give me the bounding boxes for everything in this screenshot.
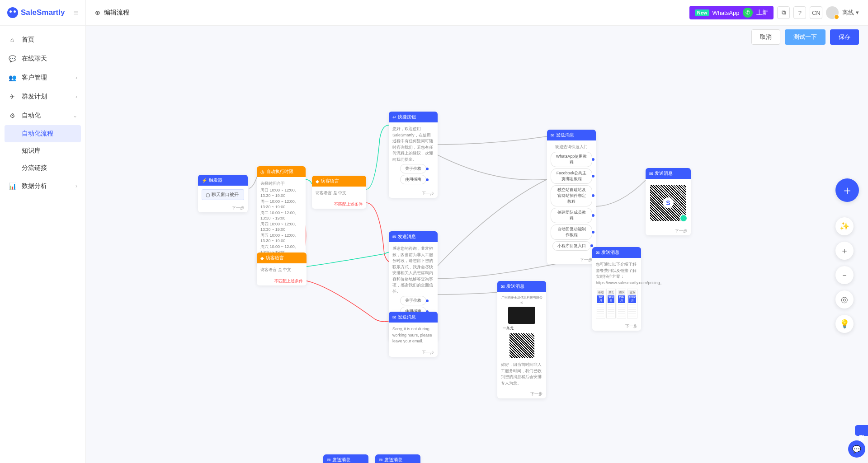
chat-icon: 💬 bbox=[8, 55, 16, 63]
sidebar-collapse-button[interactable]: ≡ bbox=[73, 8, 78, 18]
save-button[interactable]: 保存 bbox=[830, 29, 859, 45]
chevron-right-icon: › bbox=[75, 183, 77, 189]
nav-analytics-label: 数据分析 bbox=[22, 182, 47, 190]
page-title: ⊕ 编辑流程 bbox=[95, 9, 129, 17]
node-quick-buttons[interactable]: ↩ 快捷按钮 您好，欢迎使用SaleSmartly，在使用过程中有任何疑问可随时… bbox=[389, 112, 438, 198]
home-icon: ⌂ bbox=[8, 36, 16, 44]
devices-icon[interactable]: ⧉ bbox=[777, 6, 790, 19]
pricing-table: 基础$0/月 成长$19/月 团队$59/月 企业$299/月 bbox=[596, 289, 637, 318]
tutorial-whatsapp[interactable]: WhatsApp使用教程 bbox=[551, 152, 592, 167]
logo-area: SaleSmartly ≡ bbox=[0, 0, 85, 26]
help-icon[interactable]: ? bbox=[793, 6, 806, 19]
node-send-message-bottom-1[interactable]: ✉ 发送消息 bbox=[323, 454, 368, 463]
zoom-out-button[interactable]: － bbox=[835, 266, 854, 284]
node-schedule[interactable]: ◷ 自动执行时限 选择时间介于 周日 10:00 ~ 12:00, 13:30 … bbox=[257, 166, 306, 267]
whatsapp-promo-badge[interactable]: New WhatsApp ✆ 上新 bbox=[689, 6, 774, 19]
whatsapp-label: WhatsApp bbox=[712, 9, 739, 16]
node-send-message-pricing[interactable]: ✉ 发送消息 您可通过以下介绍了解套餐费用以及链接了解实时报价方案：https:… bbox=[592, 247, 641, 331]
language-switch[interactable]: CN bbox=[810, 6, 822, 19]
node-lang1-header: ◆ 访客语言 bbox=[312, 176, 366, 187]
miniapp-qr-code: S bbox=[650, 185, 686, 221]
hint-button[interactable]: 💡 bbox=[835, 315, 854, 333]
node-lang2-header: ◆ 访客语言 bbox=[257, 253, 307, 263]
quick-option-price[interactable]: 关于价格 bbox=[400, 164, 426, 173]
launch-label: 上新 bbox=[756, 9, 768, 17]
locate-button[interactable]: ◎ bbox=[835, 290, 854, 309]
automation-icon: ⚙ bbox=[8, 112, 16, 120]
support-chat-button[interactable]: 💬 bbox=[848, 440, 865, 458]
flow-canvas[interactable]: ⚡ 触发器 ▢ 聊天窗口被开 下一步 ◷ 自动执行时限 选择时间介于 周日 10… bbox=[86, 48, 868, 463]
nav-auto-flow[interactable]: 自动化流程 bbox=[5, 125, 81, 142]
node-trigger[interactable]: ⚡ 触发器 ▢ 聊天窗口被开 下一步 bbox=[198, 175, 248, 212]
nav-home[interactable]: ⌂ 首页 bbox=[0, 30, 85, 49]
sidebar: SaleSmartly ≡ ⌂ 首页 💬 在线聊天 👥 客户管理 › ✈ 群发计… bbox=[0, 0, 86, 463]
nav-chat-label: 在线聊天 bbox=[22, 55, 47, 63]
magic-wand-button[interactable]: ✨ bbox=[835, 217, 854, 235]
qr-logo-icon: S bbox=[663, 197, 674, 208]
canvas-controls: ＋ ✨ ＋ － ◎ 💡 bbox=[835, 178, 859, 333]
tutorial-miniapp[interactable]: 小程序回复入口 bbox=[552, 241, 591, 251]
node-next-step: 下一步 bbox=[198, 204, 248, 212]
chart-icon: 📊 bbox=[8, 182, 16, 190]
nav-home-label: 首页 bbox=[22, 36, 34, 44]
cancel-button[interactable]: 取消 bbox=[751, 29, 780, 45]
brand-logo-icon bbox=[7, 7, 18, 18]
nav-knowledge[interactable]: 知识库 bbox=[0, 142, 85, 159]
nav-customer-label: 客户管理 bbox=[22, 74, 47, 82]
action-bar: 取消 测试一下 保存 bbox=[86, 26, 868, 48]
tutorial-facebook[interactable]: Facebook公共主页绑定教程 bbox=[551, 168, 592, 184]
main-area: ⊕ 编辑流程 New WhatsApp ✆ 上新 ⧉ ? CN 离线 ▾ 取消 … bbox=[86, 0, 868, 463]
node-visitor-lang-2[interactable]: ◆ 访客语言 访客语言 是 中文 不匹配上述条件 bbox=[257, 253, 307, 285]
wechat-badge-icon bbox=[679, 214, 688, 222]
tutorial-site[interactable]: 独立站自建站及官网站插件绑定教程 bbox=[551, 185, 592, 206]
wecom-qr-code bbox=[509, 333, 534, 358]
nav-broadcast-label: 群发计划 bbox=[22, 93, 47, 101]
chevron-right-icon: › bbox=[75, 94, 77, 100]
chevron-right-icon: › bbox=[75, 75, 77, 81]
brand-name: SaleSmartly bbox=[21, 8, 65, 17]
business-card-image bbox=[508, 307, 535, 324]
node-send-message-card[interactable]: ✉ 发送消息 广州腾步全息信息科技有限公司 一条龙 你好，因当前时间非人工服务时… bbox=[497, 281, 546, 398]
user-avatar[interactable] bbox=[826, 6, 839, 19]
quick-option-guide[interactable]: 使用指南 bbox=[400, 175, 426, 184]
contact-support-tab[interactable]: 联系客服 bbox=[855, 425, 868, 436]
zoom-in-button[interactable]: ＋ bbox=[835, 242, 854, 260]
schedule-intro: 选择时间介于 bbox=[260, 181, 302, 187]
nav-broadcast[interactable]: ✈ 群发计划 › bbox=[0, 87, 85, 106]
main-nav: ⌂ 首页 💬 在线聊天 👥 客户管理 › ✈ 群发计划 › ⚙ 自动化 ⌄ bbox=[0, 26, 85, 200]
test-button[interactable]: 测试一下 bbox=[785, 29, 826, 45]
new-tag: New bbox=[695, 9, 710, 16]
send-icon: ✈ bbox=[8, 93, 16, 101]
tutorial-team[interactable]: 创建团队成员教程 bbox=[551, 208, 592, 223]
flow-edges bbox=[86, 48, 868, 463]
node-send-message-qr[interactable]: ✉ 发送消息 S 下一步 bbox=[646, 168, 691, 235]
topbar: ⊕ 编辑流程 New WhatsApp ✆ 上新 ⧉ ? CN 离线 ▾ bbox=[86, 0, 868, 26]
cn-option-price[interactable]: 关于价格 bbox=[400, 296, 426, 305]
whatsapp-icon: ✆ bbox=[743, 8, 753, 18]
nav-automation[interactable]: ⚙ 自动化 ⌄ bbox=[0, 106, 85, 125]
nav-analytics[interactable]: 📊 数据分析 › bbox=[0, 177, 85, 196]
node-send-message-bottom-2[interactable]: ✉ 发送消息 bbox=[375, 454, 420, 463]
node-quick-header: ↩ 快捷按钮 bbox=[389, 112, 438, 122]
add-node-button[interactable]: ＋ bbox=[835, 178, 859, 202]
node-send-message-en[interactable]: ✉ 发送消息 Sorry, it is not during working h… bbox=[389, 312, 438, 357]
nav-automation-label: 自动化 bbox=[22, 112, 41, 120]
user-status[interactable]: 离线 ▾ bbox=[842, 9, 859, 17]
chevron-down-icon: ⌄ bbox=[73, 112, 77, 119]
flow-icon: ⊕ bbox=[95, 9, 100, 16]
node-send-message-list[interactable]: ✉ 发送消息 欢迎查询快速入门 WhatsApp使用教程 Facebook公共主… bbox=[547, 130, 596, 264]
nav-split-link[interactable]: 分流链接 bbox=[0, 159, 85, 177]
tutorial-autoreply[interactable]: 自动回复功能制作教程 bbox=[551, 224, 592, 240]
node-visitor-lang-1[interactable]: ◆ 访客语言 访客语言 是 中文 不匹配上述条件 bbox=[312, 176, 366, 209]
users-icon: 👥 bbox=[8, 74, 16, 82]
nav-chat[interactable]: 💬 在线聊天 bbox=[0, 49, 85, 68]
node-trigger-header: ⚡ 触发器 bbox=[198, 175, 248, 186]
trigger-condition: ▢ 聊天窗口被开 bbox=[202, 189, 244, 200]
nav-customer[interactable]: 👥 客户管理 › bbox=[0, 68, 85, 87]
node-schedule-header: ◷ 自动执行时限 bbox=[257, 166, 306, 177]
